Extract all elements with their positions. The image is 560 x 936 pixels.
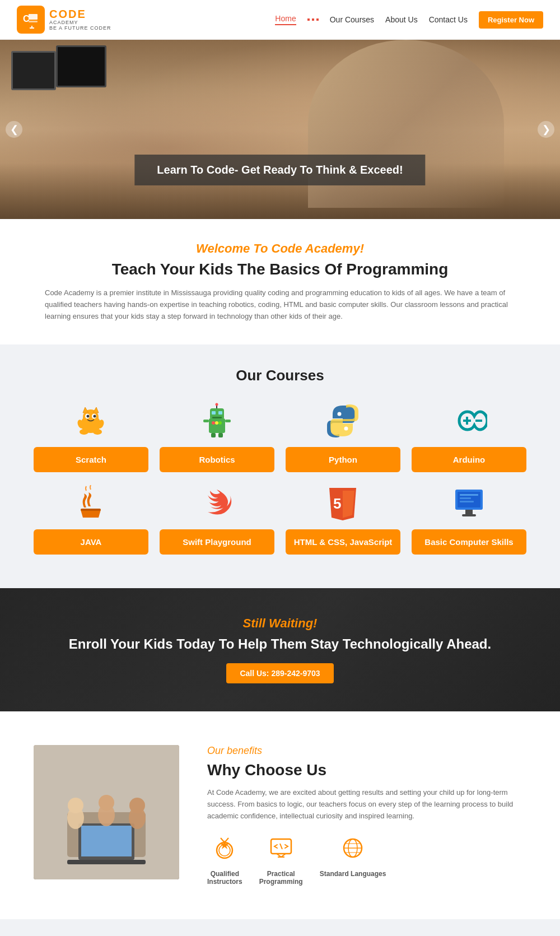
course-arduino: Arduino: [412, 401, 526, 472]
robotics-button[interactable]: Robotics: [160, 447, 274, 472]
svg-marker-8: [83, 407, 88, 413]
benefit-programming: PracticalProgramming: [259, 836, 303, 886]
logo: C CODE ACADEMY BE A FUTURE CODER: [17, 6, 111, 34]
benefits-description: At Code Academy, we are excited about ge…: [207, 787, 526, 822]
medal-icon: [212, 836, 237, 865]
svg-text:5: 5: [333, 495, 341, 512]
java-button[interactable]: JAVA: [34, 529, 148, 555]
svg-rect-31: [225, 420, 231, 422]
svg-point-12: [87, 415, 90, 417]
benefits-icons: QualifiedInstructors PracticalProgrammin: [207, 836, 526, 886]
hero-prev-arrow[interactable]: ❮: [6, 121, 22, 138]
svg-rect-45: [460, 494, 478, 496]
still-waiting-text: Still Waiting!: [34, 616, 526, 631]
welcome-subtitle: Welcome To Code Academy!: [45, 241, 515, 256]
svg-line-63: [225, 838, 228, 842]
svg-point-33: [344, 426, 348, 430]
hero-tagline: Learn To Code- Get Ready To Think & Exce…: [134, 155, 425, 185]
benefit-instructors: QualifiedInstructors: [207, 836, 242, 886]
robotics-icon: [198, 401, 237, 440]
svg-rect-51: [81, 826, 132, 856]
python-icon: [324, 401, 363, 440]
logo-icon: C: [17, 6, 45, 34]
svg-point-57: [99, 795, 114, 811]
nav-contact[interactable]: Contact Us: [429, 15, 468, 24]
nav-dots-decoration: [307, 18, 319, 21]
programming-label: PracticalProgramming: [259, 870, 303, 886]
svg-point-58: [129, 798, 145, 813]
arduino-button[interactable]: Arduino: [412, 447, 526, 472]
swift-icon: [198, 483, 237, 523]
svg-rect-52: [67, 860, 146, 864]
benefits-content: Our benefits Why Choose Us At Code Acade…: [207, 745, 526, 885]
svg-line-65: [280, 844, 282, 849]
welcome-title: Teach Your Kids The Basics Of Programmin…: [45, 260, 515, 278]
svg-rect-46: [460, 497, 471, 499]
svg-rect-18: [209, 418, 225, 433]
benefits-title: Why Choose Us: [207, 761, 526, 779]
logo-text: CODE ACADEMY BE A FUTURE CODER: [49, 8, 111, 31]
brand-sub2: BE A FUTURE CODER: [49, 26, 111, 31]
svg-point-26: [215, 421, 218, 425]
svg-rect-30: [203, 420, 209, 422]
benefits-section: Our benefits Why Choose Us At Code Acade…: [0, 711, 560, 919]
html-button[interactable]: HTML & CSS, JavaScript: [286, 529, 400, 555]
our-benefits-label: Our benefits: [207, 745, 526, 757]
benefits-image-inner: [34, 745, 179, 879]
course-computer: Basic Computer Skills: [412, 483, 526, 555]
enroll-content: Still Waiting! Enroll Your Kids Today To…: [34, 616, 526, 683]
svg-point-21: [216, 403, 218, 406]
benefit-languages: Standard Languages: [320, 836, 386, 886]
svg-rect-2: [29, 14, 38, 20]
course-scratch: Scratch: [34, 401, 148, 472]
svg-point-56: [68, 798, 83, 813]
courses-grid-row1: Scratch: [34, 401, 526, 472]
scratch-icon: [72, 401, 111, 440]
svg-rect-29: [218, 433, 223, 437]
navbar: C CODE ACADEMY BE A FUTURE CODER Home Ou…: [0, 0, 560, 40]
svg-rect-44: [462, 514, 476, 516]
hero-next-arrow[interactable]: ❯: [538, 121, 554, 138]
nav-home[interactable]: Home: [275, 14, 296, 25]
svg-rect-24: [212, 417, 222, 418]
scratch-button[interactable]: Scratch: [34, 447, 148, 472]
course-python: Python: [286, 401, 400, 472]
svg-marker-9: [93, 407, 99, 413]
svg-rect-47: [460, 501, 474, 502]
svg-rect-37: [81, 509, 101, 511]
arduino-icon: [450, 401, 489, 440]
svg-point-13: [94, 415, 96, 417]
java-icon: [72, 483, 111, 523]
globe-icon: [340, 836, 365, 865]
languages-label: Standard Languages: [320, 870, 386, 878]
courses-grid-row2: JAVA Swift Playground 5 HTML: [34, 483, 526, 555]
svg-point-27: [218, 421, 222, 425]
code-monitor-icon: [269, 836, 293, 865]
svg-point-14: [80, 429, 88, 435]
course-java: JAVA: [34, 483, 148, 555]
register-button[interactable]: Register Now: [479, 11, 543, 29]
svg-rect-23: [218, 411, 222, 415]
brand-name: CODE: [49, 8, 111, 20]
call-button[interactable]: Call Us: 289-242-9703: [226, 663, 333, 683]
welcome-description: Code Academy is a premier institute in M…: [45, 287, 515, 322]
nav-about[interactable]: About Us: [385, 15, 418, 24]
hero-section: Learn To Code- Get Ready To Think & Exce…: [0, 40, 560, 219]
svg-point-32: [338, 412, 342, 416]
svg-rect-3: [29, 21, 38, 22]
courses-section: Our Courses: [0, 344, 560, 588]
testimonials-section: Testimonials What People Say! ❝ I am sen…: [0, 919, 560, 936]
svg-point-25: [212, 421, 215, 425]
python-button[interactable]: Python: [286, 447, 400, 472]
html-icon: 5: [324, 483, 363, 523]
svg-rect-43: [465, 510, 473, 514]
nav-links: Home Our Courses About Us Contact Us Reg…: [275, 11, 543, 29]
instructors-label: QualifiedInstructors: [207, 870, 242, 886]
course-html: 5 HTML & CSS, JavaScript: [286, 483, 400, 555]
courses-title: Our Courses: [34, 367, 526, 384]
computer-button[interactable]: Basic Computer Skills: [412, 529, 526, 555]
svg-line-62: [221, 838, 225, 842]
nav-courses[interactable]: Our Courses: [330, 15, 374, 24]
swift-button[interactable]: Swift Playground: [160, 529, 274, 555]
course-swift: Swift Playground: [160, 483, 274, 555]
